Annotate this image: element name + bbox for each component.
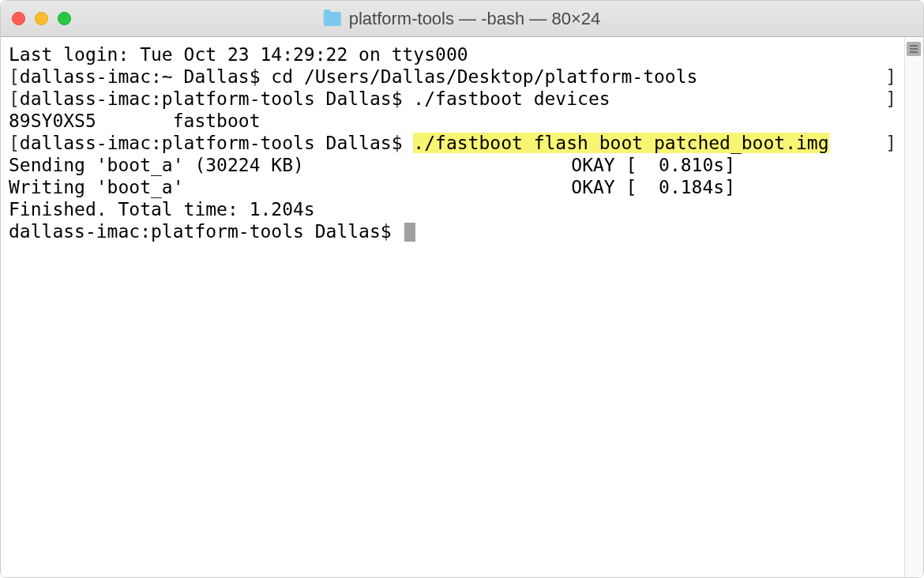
terminal-line: Writing 'boot_a'OKAY [ 0.184s] — [9, 176, 735, 198]
highlighted-command: ./fastboot flash boot patched_boot.img — [413, 133, 828, 153]
terminal-line: Finished. Total time: 1.204s — [9, 198, 896, 220]
terminal-line: Last login: Tue Oct 23 14:29:22 on ttys0… — [9, 43, 896, 66]
window-title: platform-tools — -bash — 80×24 — [349, 9, 601, 29]
scroll-indicator-icon[interactable] — [907, 42, 921, 56]
window-title-area: platform-tools — -bash — 80×24 — [324, 9, 601, 29]
maximize-button[interactable] — [58, 12, 71, 25]
terminal-body: Last login: Tue Oct 23 14:29:22 on ttys0… — [1, 37, 923, 577]
titlebar[interactable]: platform-tools — -bash — 80×24 — [1, 1, 923, 37]
terminal-prompt-line: dallass-imac:platform-tools Dallas$ — [9, 220, 896, 242]
minimize-button[interactable] — [35, 12, 48, 25]
terminal-line: 89SY0XS5 fastboot — [9, 110, 896, 132]
cursor-icon — [404, 223, 415, 242]
terminal-line: Sending 'boot_a' (30224 KB)OKAY [ 0.810s… — [9, 154, 735, 176]
terminal-window: platform-tools — -bash — 80×24 Last logi… — [0, 0, 924, 578]
terminal-line: [dallass-imac:~ Dallas$ cd /Users/Dallas… — [9, 66, 896, 88]
close-button[interactable] — [12, 12, 25, 25]
scrollbar[interactable] — [904, 37, 923, 577]
traffic-lights — [12, 12, 71, 25]
folder-icon — [324, 12, 341, 26]
terminal-line: [dallass-imac:platform-tools Dallas$ ./f… — [9, 88, 896, 110]
terminal-content[interactable]: Last login: Tue Oct 23 14:29:22 on ttys0… — [1, 37, 904, 577]
terminal-line: [dallass-imac:platform-tools Dallas$ ./f… — [9, 132, 896, 154]
